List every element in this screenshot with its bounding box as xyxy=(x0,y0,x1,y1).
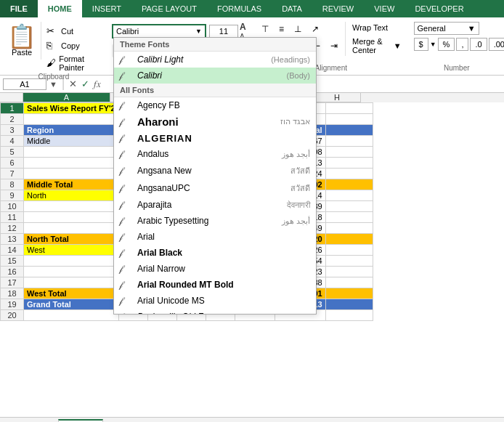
font-size-increase[interactable]: A xyxy=(240,22,246,32)
cell-13a[interactable]: North Total xyxy=(24,234,119,245)
cell-1a[interactable]: Sales Wise Report FY'2 xyxy=(24,103,119,114)
cell-14a[interactable]: West xyxy=(24,245,119,256)
copy-icon: ⎘ xyxy=(46,40,58,52)
font-item-aharoni[interactable]: 𝒻 Aharoni אבגד הוז xyxy=(114,113,316,130)
align-top-button[interactable]: ⊤ xyxy=(257,22,273,36)
format-painter-label: Format Painter xyxy=(59,54,102,72)
cell-2a[interactable] xyxy=(24,114,119,125)
tab-review[interactable]: REVIEW xyxy=(312,0,364,17)
sheet-nav-last[interactable]: ▶| xyxy=(42,420,57,423)
tab-formulas[interactable]: FORMULAS xyxy=(207,0,272,17)
tab-data[interactable]: DATA xyxy=(272,0,312,17)
cell-18h[interactable] xyxy=(325,288,373,299)
font-item-arial-unicode[interactable]: 𝒻 Arial Unicode MS xyxy=(114,293,316,309)
font-item-arial-narrow[interactable]: 𝒻 Arial Narrow xyxy=(114,261,316,277)
cell-19a[interactable]: Grand Total xyxy=(24,299,119,310)
merge-center-button[interactable]: Merge & Center ▼ xyxy=(349,36,405,56)
cell-7h[interactable] xyxy=(325,169,373,179)
cell-16a[interactable] xyxy=(24,267,119,277)
cut-button[interactable]: ✂ Cut xyxy=(44,25,105,38)
cell-19h[interactable] xyxy=(325,299,373,310)
cell-12a[interactable] xyxy=(24,223,119,234)
paste-button[interactable]: 📋 Paste xyxy=(3,22,41,60)
comma-button[interactable]: , xyxy=(456,38,468,51)
cell-5h[interactable] xyxy=(325,147,373,158)
cell-2h[interactable] xyxy=(325,114,373,125)
sheet-nav-first[interactable]: |◀ xyxy=(3,420,17,423)
increase-decimal-button[interactable]: .0 xyxy=(470,38,487,51)
cell-11h[interactable] xyxy=(325,212,373,223)
font-item-angsana[interactable]: 𝒻 Angsana New สวัสดี xyxy=(114,162,316,179)
currency-button[interactable]: $ xyxy=(414,38,428,51)
tab-developer[interactable]: DEVELOPER xyxy=(405,0,473,17)
font-item-arial[interactable]: 𝒻 Arial xyxy=(114,229,316,245)
format-painter-button[interactable]: 🖌 Format Painter xyxy=(44,54,105,73)
cell-12h[interactable] xyxy=(325,223,373,234)
cell-15h[interactable] xyxy=(325,256,373,267)
font-item-arabic-typesetting[interactable]: 𝒻 Arabic Typesetting أبجد هوز xyxy=(114,213,316,229)
sheet-nav-prev[interactable]: ◀ xyxy=(17,420,30,423)
font-item-baskerville[interactable]: 𝒻 Baskerville Old Face xyxy=(114,309,316,314)
copy-button[interactable]: ⎘ Copy xyxy=(44,39,105,52)
wrap-text-button[interactable]: Wrap Text xyxy=(349,22,405,33)
indent-increase-button[interactable]: ⇥ xyxy=(326,38,342,53)
font-item-arial-rounded[interactable]: 𝒻 Arial Rounded MT Bold xyxy=(114,277,316,293)
font-item-calibri-light[interactable]: 𝒻 Calibri Light (Headings) xyxy=(114,52,316,68)
align-middle-button[interactable]: ≡ xyxy=(275,22,288,36)
tab-view[interactable]: VIEW xyxy=(364,0,405,17)
all-fonts-header: All Fonts xyxy=(114,84,316,97)
cell-1h[interactable] xyxy=(325,103,373,114)
align-bottom-button[interactable]: ⊥ xyxy=(290,22,306,36)
cell-16h[interactable] xyxy=(325,267,373,277)
font-size-input[interactable] xyxy=(209,25,238,38)
cell-7a[interactable] xyxy=(24,169,119,179)
cell-10h[interactable] xyxy=(325,201,373,212)
cell-5a[interactable] xyxy=(24,147,119,158)
cell-20a[interactable] xyxy=(24,310,119,321)
cell-17h[interactable] xyxy=(325,277,373,288)
cell-14h[interactable] xyxy=(325,245,373,256)
font-item-angsanaupc[interactable]: 𝒻 AngsanaUPC สวัสดี xyxy=(114,179,316,197)
cell-8a[interactable]: Middle Total xyxy=(24,179,119,190)
col-header-h[interactable]: H xyxy=(314,93,361,102)
sheet-nav-next[interactable]: ▶ xyxy=(30,420,42,423)
font-scroll-area[interactable]: Theme Fonts 𝒻 Calibri Light (Headings) 𝒻… xyxy=(114,38,316,314)
cell-11a[interactable] xyxy=(24,212,119,223)
tab-insert[interactable]: INSERT xyxy=(82,0,131,17)
cell-20h[interactable] xyxy=(325,310,373,321)
cell-3a[interactable]: Region xyxy=(24,125,119,136)
cell-18a[interactable]: West Total xyxy=(24,288,119,299)
number-format-dropdown[interactable]: General ▼ xyxy=(414,22,479,35)
cell-8h[interactable] xyxy=(325,179,373,190)
cell-15a[interactable] xyxy=(24,256,119,267)
cell-6h[interactable] xyxy=(325,158,373,169)
tab-home[interactable]: HOME xyxy=(38,0,82,17)
sheet-tab-sheet1[interactable]: Sheet1 xyxy=(58,419,103,423)
tab-page-layout[interactable]: PAGE LAYOUT xyxy=(131,0,207,17)
cell-4h[interactable] xyxy=(325,136,373,147)
cell-10a[interactable] xyxy=(24,201,119,212)
orientation-button[interactable]: ↗ xyxy=(307,22,323,36)
font-item-andalus[interactable]: 𝒻 Andalus أبجد هوز xyxy=(114,146,316,162)
font-item-aparajita[interactable]: 𝒻 Aparajita देवनागरी xyxy=(114,197,316,213)
currency-arrow[interactable]: ▼ xyxy=(430,41,436,48)
cell-6a[interactable] xyxy=(24,158,119,169)
cell-4a[interactable]: Middle xyxy=(24,136,119,147)
col-header-a[interactable]: A xyxy=(23,93,110,102)
tab-file[interactable]: FILE xyxy=(0,0,38,17)
decrease-decimal-button[interactable]: .00 xyxy=(489,38,504,51)
cell-3h[interactable] xyxy=(325,125,373,136)
merge-arrow[interactable]: ▼ xyxy=(394,41,402,50)
cell-13h[interactable] xyxy=(325,234,373,245)
cell-9a[interactable]: North xyxy=(24,190,119,201)
font-name-dropdown[interactable]: Calibri ▼ Theme Fonts 𝒻 Calibri Light (H… xyxy=(112,24,206,38)
number-format-arrow[interactable]: ▼ xyxy=(468,24,476,33)
percent-button[interactable]: % xyxy=(438,38,455,51)
cell-17a[interactable] xyxy=(24,277,119,288)
font-item-arial-black[interactable]: 𝒻 Arial Black xyxy=(114,245,316,261)
font-item-agency-fb[interactable]: 𝒻 Agency FB xyxy=(114,97,316,113)
cell-9h[interactable] xyxy=(325,190,373,201)
font-item-calibri[interactable]: 𝒻 Calibri (Body) xyxy=(114,68,316,84)
font-item-algerian[interactable]: 𝒻 ALGERIAN xyxy=(114,130,316,146)
font-dropdown-arrow[interactable]: ▼ xyxy=(195,28,202,35)
